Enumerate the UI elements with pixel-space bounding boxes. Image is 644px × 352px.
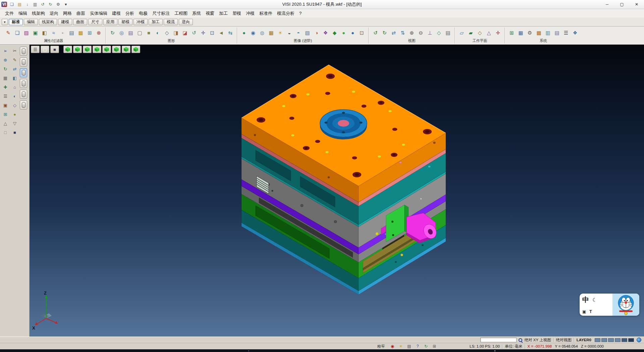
globe-render-icon[interactable]: ● (339, 28, 348, 37)
mold-assembly-model[interactable] (241, 65, 446, 295)
texture-icon[interactable]: ▦ (267, 28, 275, 37)
filter-color-icon[interactable]: ▩ (76, 28, 85, 37)
view-list-icon[interactable]: ▤ (444, 28, 452, 37)
mirror-tool-icon[interactable]: ⇄ (10, 65, 19, 73)
clipboard-view-1[interactable] (20, 47, 27, 56)
box-select-icon[interactable]: ▣ (1, 101, 10, 109)
filter-layer-icon[interactable]: ▤ (67, 28, 76, 37)
layer-color-swatch[interactable] (608, 338, 614, 342)
menu-item[interactable]: ? (297, 10, 304, 17)
layer-color-swatch[interactable] (601, 338, 607, 342)
layer-color-swatch[interactable] (595, 338, 600, 342)
section-view-icon[interactable]: ◪ (181, 28, 189, 37)
tab[interactable]: 尺寸 (88, 19, 102, 25)
grid-snap-icon[interactable]: ☀ (397, 344, 404, 349)
workplane-yz-icon[interactable]: ◇ (476, 28, 484, 37)
menu-item[interactable]: 系统 (190, 9, 203, 17)
filter-solid-icon[interactable]: ▣ (31, 28, 40, 37)
render-transparent-icon[interactable]: ◍ (258, 28, 266, 37)
ime-text-mode-icon[interactable]: T (589, 309, 592, 314)
system-colors-icon[interactable]: ▩ (535, 28, 543, 37)
workplane-3pt-icon[interactable]: △ (485, 28, 493, 37)
analysis-pie-icon[interactable]: ◑ (312, 28, 321, 37)
tab[interactable]: 编辑 (24, 19, 38, 25)
view-cube-iso4[interactable] (122, 46, 130, 53)
view-cube-top[interactable] (63, 46, 72, 53)
layer-color-swatch[interactable] (628, 338, 634, 342)
lighting-icon[interactable]: ☀ (276, 28, 284, 37)
clipboard-view-3[interactable] (20, 68, 27, 77)
maximize-button[interactable]: ▢ (614, 0, 629, 9)
help-icon[interactable]: ? (414, 344, 421, 349)
menu-item[interactable]: 线架构 (30, 9, 47, 17)
trim-tool-icon[interactable]: ✂ (10, 47, 19, 55)
workplane-xy-icon[interactable]: ▱ (458, 28, 466, 37)
system-layers-icon[interactable]: ▥ (544, 28, 552, 37)
clipboard-view-2[interactable] (20, 57, 27, 67)
copy-attributes-icon[interactable]: ❏ (13, 28, 21, 37)
unblank-icon[interactable]: ■ (145, 28, 153, 37)
reset-filter-icon[interactable]: ⊗ (95, 28, 103, 37)
view-cube-front[interactable] (73, 46, 82, 53)
render-materials-icon[interactable]: ◉ (249, 28, 257, 37)
menu-item[interactable]: 编辑 (16, 9, 30, 17)
refresh-icon[interactable]: ↻ (423, 344, 429, 349)
point-tool-icon[interactable]: ● (10, 110, 19, 118)
open-file-icon[interactable]: ▤ (16, 1, 23, 8)
tab[interactable]: 塑模 (118, 19, 132, 25)
layer-manager-icon[interactable]: ▤ (126, 28, 135, 37)
tab[interactable]: 曲面 (73, 19, 87, 25)
snap-lock-icon[interactable]: ◉ (389, 344, 396, 349)
up-tool-icon[interactable]: △ (1, 119, 10, 127)
half-shade-icon[interactable]: ◧ (10, 74, 19, 82)
shadow-icon[interactable]: ◒ (285, 28, 293, 37)
diamond-tool-icon[interactable]: ◇ (10, 101, 19, 109)
menu-item[interactable]: 视窗 (203, 9, 217, 17)
menu-item[interactable]: 冲模 (244, 9, 257, 17)
background-icon[interactable]: ▧ (303, 28, 312, 37)
absolute-view-label[interactable]: 绝对视图 (556, 338, 572, 343)
quick-filter-icon[interactable]: ⊞ (86, 28, 94, 37)
new-file-icon[interactable]: ❏ (8, 1, 15, 8)
view-cube-right[interactable] (83, 46, 92, 53)
tab[interactable]: 加工 (149, 19, 163, 25)
snap-point-icon[interactable]: ⊕ (1, 56, 10, 64)
ime-toolbox-icon[interactable]: ▣ (582, 309, 586, 314)
view-cube-iso3[interactable] (112, 46, 121, 53)
view-rotate-left-icon[interactable]: ↺ (371, 28, 380, 37)
active-layer-label[interactable]: LAYER0 (577, 338, 591, 342)
attribute-brush-icon[interactable]: ▨ (22, 28, 31, 37)
sketch-tool-icon[interactable]: ✎ (10, 56, 19, 64)
view-rotate-right-icon[interactable]: ↻ (380, 28, 389, 37)
menu-item[interactable]: 逆向 (47, 9, 61, 17)
menu-item[interactable]: 模流分析 (275, 9, 297, 17)
system-info-icon[interactable]: ❖ (571, 28, 579, 37)
system-tools-icon[interactable]: ☰ (562, 28, 570, 37)
blank-element-icon[interactable]: ▢ (136, 28, 144, 37)
system-snap-icon[interactable]: ▦ (517, 28, 525, 37)
workplane-reset-icon[interactable]: ✛ (494, 28, 502, 37)
home-view-icon[interactable]: ⌂ (10, 83, 19, 91)
save-file-icon[interactable]: ↓ (24, 1, 31, 8)
menu-item[interactable]: 建模 (110, 9, 123, 17)
snap-lock-label[interactable]: 栓牢 (377, 344, 385, 349)
screenshot-icon[interactable]: ⊡ (358, 28, 366, 37)
draft-analysis-icon[interactable]: ◆ (330, 28, 339, 37)
menu-item[interactable]: 标准件 (257, 9, 275, 17)
settings-icon[interactable]: ⚙ (55, 1, 61, 8)
qat-overflow-icon[interactable]: ▾ (62, 1, 69, 8)
viewport-3d[interactable]: Z X ☰▢■ 中 ☾ ▣T (30, 45, 644, 337)
empty-box-icon[interactable]: □ (1, 128, 10, 136)
menu-item[interactable]: 尺寸标注 (150, 9, 172, 17)
zoom-out-icon[interactable]: ⊖ (417, 28, 425, 37)
select-tool-icon[interactable]: ➢ (1, 47, 10, 55)
measure-tool-icon[interactable]: ⊞ (1, 110, 10, 118)
quick-input-field[interactable] (480, 338, 517, 342)
clipboard-view-5[interactable] (20, 90, 27, 99)
tab[interactable]: 模流 (164, 19, 178, 25)
sphere-blue-icon[interactable]: ● (348, 28, 357, 37)
filter-points-icon[interactable]: ◦ (58, 28, 67, 37)
tab[interactable]: 线架构 (39, 19, 57, 25)
grid-tool-icon[interactable]: ▦ (1, 74, 10, 82)
menu-item[interactable]: 电极 (137, 9, 150, 17)
